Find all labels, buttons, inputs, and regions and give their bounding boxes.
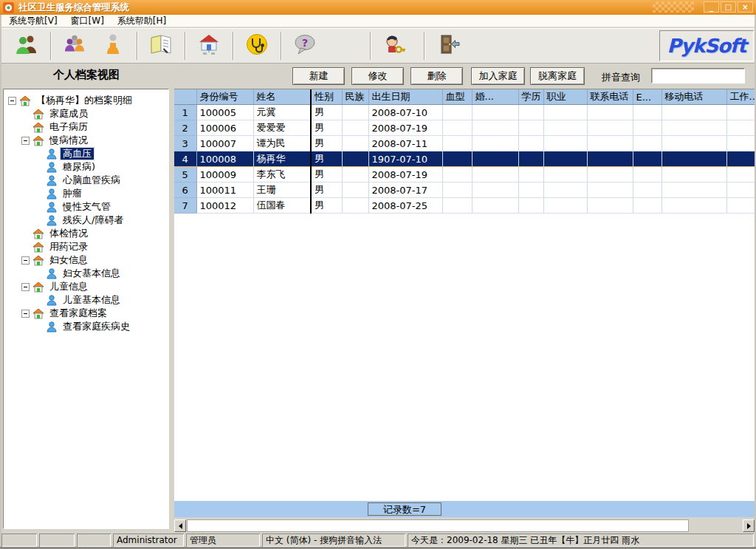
column-header[interactable]: 联系电话 [587,89,633,105]
tree-item[interactable]: 妇女信息 [4,253,168,267]
column-header[interactable]: 移动电话 [662,89,726,105]
modify-button[interactable]: 修改 [351,67,404,85]
exit-door-toolbar-button[interactable] [429,30,467,61]
tree-item-label[interactable]: 高血压 [61,148,94,160]
tree-item[interactable]: 残疾人/障碍者 [4,214,168,227]
column-header[interactable]: 学历 [518,89,543,105]
column-header[interactable]: 血型 [442,89,472,105]
tree-item-label[interactable]: 残疾人/障碍者 [61,214,126,226]
tree-item[interactable]: 糖尿病) [4,160,168,174]
tree-item[interactable]: 用药记录 [4,240,168,253]
tree-expand-box[interactable] [21,256,30,265]
tree-item-label[interactable]: 妇女信息 [47,254,90,266]
records-toolbar-button[interactable] [142,30,180,61]
pinyin-search-input[interactable] [651,68,745,83]
auth-key-toolbar-button[interactable] [375,30,413,61]
column-header[interactable]: 出生日期 [368,89,442,105]
table-row[interactable]: 3100007谭为民男2008-07-11 [174,136,755,151]
tree-item[interactable]: 心脑血管疾病 [4,174,168,187]
minimize-button[interactable]: _ [704,1,719,13]
table-cell [543,198,587,214]
tree-item[interactable]: 家庭成员 [4,107,168,120]
scroll-right-button[interactable] [743,519,755,532]
tree-item-label[interactable]: 慢性支气管 [61,201,113,213]
delete-button[interactable]: 删除 [410,67,463,85]
scroll-left-button[interactable] [174,519,186,532]
tree-expand-box[interactable] [8,97,16,105]
tree-item-label[interactable]: 查看家庭档案 [47,307,109,319]
table-row[interactable]: 4100008杨再华男1907-07-10 [174,151,755,167]
tree-item[interactable]: 查看家庭疾病史 [4,320,168,333]
tree-item-label[interactable]: 家庭成员 [47,108,90,120]
maximize-button[interactable]: □ [721,1,736,13]
help-toolbar-button[interactable]: ? [286,30,324,61]
tree-item-label[interactable]: 儿童基本信息 [61,294,123,306]
tree-item[interactable]: 慢性支气管 [4,200,168,214]
tree-item-label[interactable]: 儿童信息 [47,281,90,293]
table-cell [662,198,726,214]
tree-item[interactable]: 查看家庭档案 [4,307,168,320]
house-icon [19,95,31,106]
menu-window[interactable]: 窗口[W] [66,14,113,28]
person-toolbar-button[interactable] [94,30,132,61]
tree-expand-box[interactable] [21,137,30,145]
tree-item-label[interactable]: 慢病情况 [47,134,90,146]
column-header[interactable]: 职业 [543,89,587,105]
close-button[interactable]: × [738,1,753,13]
toolbar: ? PykSoft [0,28,756,64]
group-toolbar-button[interactable] [55,30,94,61]
column-header[interactable]: 婚... [472,89,518,105]
tree-item[interactable]: 肿瘤 [4,187,168,200]
leave-family-button[interactable]: 脱离家庭 [530,67,585,85]
tree-item-label[interactable]: 妇女基本信息 [61,267,123,279]
tree-item[interactable]: 妇女基本信息 [4,267,168,280]
tree-item-label[interactable]: 肿瘤 [61,188,84,200]
join-family-button[interactable]: 加入家庭 [471,67,525,85]
column-header[interactable]: 性别 [311,89,342,105]
tree-item[interactable]: 电子病历 [4,120,168,134]
home-toolbar-button[interactable] [190,30,228,61]
tree-item[interactable]: 儿童基本信息 [4,293,168,307]
tree-expand-box[interactable] [21,310,30,318]
menu-help[interactable]: 系统帮助[H] [113,14,175,28]
table-row[interactable]: 5100009李东飞男2008-07-19 [174,167,755,183]
tree-item-label[interactable]: 电子病历 [47,121,90,133]
tree-item-label[interactable]: 糖尿病) [61,161,97,173]
table-cell: 100005 [196,105,253,120]
table-row[interactable]: 1100005元冀男2008-07-10 [174,105,755,120]
table-row[interactable]: 2100006爱爱爱男2008-07-19 [174,120,755,136]
table-cell [587,183,633,198]
doctor-toolbar-button[interactable] [238,30,276,61]
tree-item-label[interactable]: 查看家庭疾病史 [61,321,132,333]
person-icon [46,295,58,306]
tree-item[interactable]: 儿童信息 [4,280,168,293]
new-button[interactable]: 新建 [292,67,345,85]
menu-system-nav[interactable]: 系统导航[V] [4,14,66,28]
pyksoft-logo: PykSoft [667,35,746,57]
table-cell: 2008-07-19 [368,120,442,136]
tree-item-label[interactable]: 心脑血管疾病 [61,174,123,186]
table-cell [726,105,755,120]
scrollbar-thumb[interactable] [187,519,689,532]
table-row[interactable]: 7100012伍国春男2008-07-25 [174,198,755,214]
tree-item[interactable]: 体检情况 [4,227,168,240]
table-cell [518,136,543,151]
tree-item-label[interactable]: 用药记录 [47,241,90,253]
tree-item[interactable]: 慢病情况 [4,134,168,147]
person-icon [106,33,120,58]
column-header[interactable] [174,89,196,105]
tree-expand-box[interactable] [21,283,30,291]
main-panel: 新建 修改 删除 加入家庭 脱离家庭 拼音查询 身份编号姓名性别民族出生日期血型… [174,64,755,533]
table-row[interactable]: 6100011王珊男2008-07-17 [174,183,755,198]
column-header[interactable]: 姓名 [253,89,311,105]
tree-item[interactable]: 【杨再华】的档案明细 [4,94,168,107]
column-header[interactable]: E... [633,89,662,105]
column-header[interactable]: 身份编号 [196,89,253,105]
column-header[interactable]: 工作... [726,89,755,105]
tree-item-label[interactable]: 【杨再华】的档案明细 [34,95,134,106]
tree-item-label[interactable]: 体检情况 [47,228,90,239]
users-toolbar-button[interactable] [7,30,46,61]
column-header[interactable]: 民族 [342,89,368,105]
tree-item[interactable]: 高血压 [4,147,168,160]
table-cell [442,151,472,167]
